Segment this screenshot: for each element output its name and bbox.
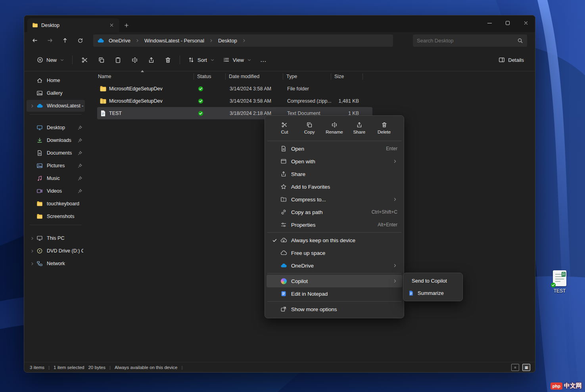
sidebar-item-pictures[interactable]: Pictures xyxy=(27,160,85,172)
more-options-button[interactable]: … xyxy=(256,53,271,67)
sort-ascending-icon xyxy=(141,70,144,72)
paste-icon xyxy=(115,57,121,63)
chevron-right-icon[interactable] xyxy=(28,249,36,253)
column-header-type[interactable]: Type xyxy=(283,73,331,80)
column-header-status[interactable]: Status xyxy=(194,73,226,80)
sidebar-item-dvd-drive[interactable]: DVD Drive (D:) CCC xyxy=(27,245,85,257)
paste-button[interactable] xyxy=(110,53,126,67)
sidebar-item-onedrive[interactable]: WindowsLatest - Pe xyxy=(27,100,85,112)
copy-quick-button[interactable]: Copy xyxy=(297,119,322,137)
menu-separator xyxy=(267,141,401,141)
up-button[interactable] xyxy=(58,34,72,46)
details-view-toggle[interactable]: ≡ xyxy=(511,364,519,371)
delete-quick-button[interactable]: Delete xyxy=(372,119,397,137)
zip-folder-icon xyxy=(280,196,287,203)
breadcrumb-onedrive[interactable]: OneDrive xyxy=(106,37,133,44)
sidebar-item-touchkeyboard[interactable]: touchkeyboard xyxy=(27,198,85,210)
sidebar-item-network[interactable]: Network xyxy=(27,258,85,270)
large-icons-view-toggle[interactable]: ▦ xyxy=(522,364,530,371)
copy-icon xyxy=(306,122,313,128)
menu-item-open-with[interactable]: Open with xyxy=(267,155,402,168)
sidebar-item-screenshots[interactable]: Screenshots xyxy=(27,210,85,222)
sidebar-item-this-pc[interactable]: This PC xyxy=(27,232,85,244)
column-header-date-modified[interactable]: Date modified xyxy=(226,73,283,80)
sidebar-item-downloads[interactable]: Downloads xyxy=(27,134,85,146)
submenu-item-send-to-copilot[interactable]: Send to Copilot xyxy=(405,275,461,287)
refresh-button[interactable] xyxy=(73,34,87,46)
new-tab-button[interactable] xyxy=(122,21,131,30)
onedrive-icon xyxy=(97,37,104,44)
minimize-button[interactable] xyxy=(480,15,499,31)
chevron-right-icon[interactable] xyxy=(28,236,36,241)
menu-item-free-up-space[interactable]: Free up space xyxy=(267,247,402,259)
menu-item-open[interactable]: Open Enter xyxy=(267,142,402,155)
explorer-tab-desktop[interactable]: Desktop xyxy=(27,18,119,32)
address-bar[interactable]: OneDrive WindowsLatest - Personal Deskto… xyxy=(93,34,393,47)
scissors-icon xyxy=(281,122,288,128)
view-button[interactable]: View xyxy=(219,53,255,67)
sidebar-item-gallery[interactable]: Gallery xyxy=(27,87,85,99)
menu-item-onedrive[interactable]: OneDrive xyxy=(267,259,402,272)
rename-icon xyxy=(131,57,138,63)
copy-button[interactable] xyxy=(93,53,109,67)
menu-item-share[interactable]: Share xyxy=(267,168,402,180)
forward-button[interactable] xyxy=(43,34,57,46)
zip-folder-icon xyxy=(97,98,109,105)
sidebar-item-desktop[interactable]: Desktop xyxy=(27,122,85,134)
cut-button[interactable] xyxy=(77,53,92,67)
file-type: File folder xyxy=(283,86,331,92)
menu-item-always-keep-on-device[interactable]: Always keep on this device xyxy=(267,234,402,247)
back-button[interactable] xyxy=(28,34,42,46)
sidebar-item-music[interactable]: Music xyxy=(27,172,85,184)
search-input[interactable] xyxy=(417,38,517,44)
menu-item-copy-as-path[interactable]: Copy as path Ctrl+Shift+C xyxy=(267,206,402,218)
delete-button[interactable] xyxy=(160,53,176,67)
chevron-right-icon[interactable] xyxy=(28,262,36,266)
rename-button[interactable] xyxy=(127,53,142,67)
column-header-name[interactable]: Name xyxy=(97,73,194,80)
trash-icon xyxy=(165,57,171,63)
menu-item-edit-in-notepad[interactable]: Edit in Notepad xyxy=(267,287,402,300)
up-icon xyxy=(62,37,68,44)
tab-close-button[interactable] xyxy=(107,21,116,30)
text-document-icon xyxy=(553,270,566,286)
details-pane-icon xyxy=(499,57,505,63)
share-button[interactable] xyxy=(143,53,159,67)
sidebar-item-documents[interactable]: Documents xyxy=(27,147,85,159)
cut-quick-button[interactable]: Cut xyxy=(272,119,297,137)
menu-item-compress-to[interactable]: Compress to... xyxy=(267,193,402,206)
chevron-right-icon[interactable] xyxy=(135,38,140,43)
sort-button[interactable]: Sort xyxy=(184,53,219,67)
share-icon xyxy=(280,171,287,177)
desktop-shortcut-test[interactable]: TEST xyxy=(548,270,571,294)
chevron-down-icon xyxy=(247,58,251,62)
breadcrumb-windowslatest-personal[interactable]: WindowsLatest - Personal xyxy=(142,37,207,44)
text-document-icon xyxy=(97,110,109,117)
submenu-item-summarize[interactable]: Summarize xyxy=(405,287,461,299)
details-label: Details xyxy=(508,57,524,63)
share-quick-button[interactable]: Share xyxy=(347,119,372,137)
menu-item-add-to-favorites[interactable]: Add to Favorites xyxy=(267,180,402,193)
chevron-right-icon[interactable] xyxy=(28,104,36,108)
breadcrumb-desktop[interactable]: Desktop xyxy=(216,37,240,44)
chevron-right-icon[interactable] xyxy=(242,38,246,43)
menu-item-copilot[interactable]: Copilot xyxy=(267,275,402,287)
new-button[interactable]: New xyxy=(33,53,68,67)
sidebar-item-home[interactable]: Home xyxy=(27,75,85,86)
menu-item-show-more-options[interactable]: Show more options xyxy=(267,303,402,316)
sidebar-item-videos[interactable]: Videos xyxy=(27,185,85,197)
sidebar-item-label: Pictures xyxy=(47,163,77,168)
rename-quick-button[interactable]: Rename xyxy=(322,119,347,137)
file-row[interactable]: MicrosoftEdgeSetupDev 3/14/2024 3:58 AM … xyxy=(97,95,535,107)
close-window-button[interactable] xyxy=(517,15,535,31)
menu-item-properties[interactable]: Properties Alt+Enter xyxy=(267,218,402,231)
details-pane-button[interactable]: Details xyxy=(495,53,528,67)
green-grid-badge xyxy=(562,272,566,277)
search-box[interactable] xyxy=(413,34,527,47)
file-row[interactable]: MicrosoftEdgeSetupDev 3/14/2024 3:58 AM … xyxy=(97,82,535,95)
menu-separator xyxy=(267,273,401,273)
maximize-button[interactable] xyxy=(499,15,517,31)
item-count: 3 items xyxy=(30,365,44,370)
chevron-right-icon[interactable] xyxy=(209,38,213,43)
column-header-size[interactable]: Size xyxy=(331,73,363,80)
